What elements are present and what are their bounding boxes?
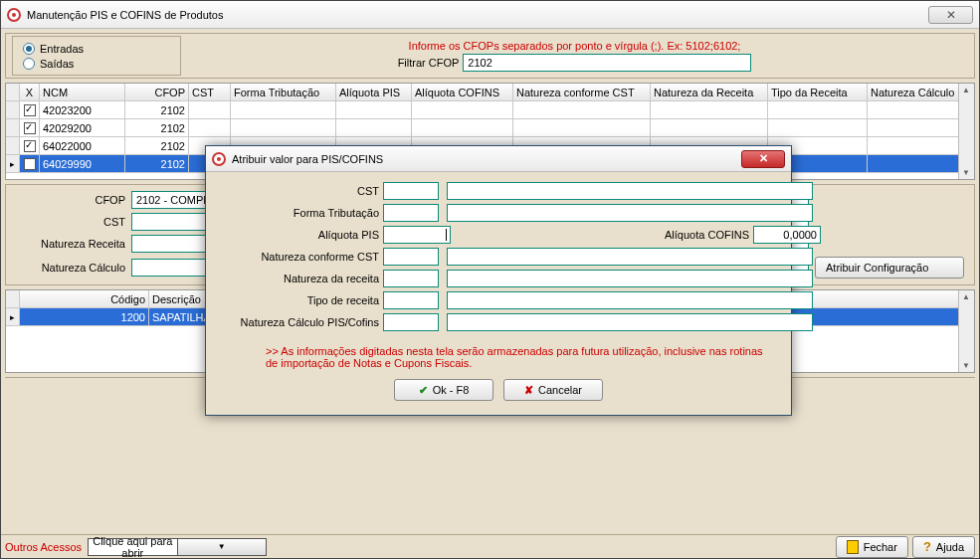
cst-label: CST [16, 216, 125, 228]
filter-panel: Entradas Saídas Informe os CFOPs separad… [5, 33, 975, 79]
modal-apis-input[interactable] [383, 226, 451, 244]
modal-natc-label: Natureza Cálculo PIS/Cofins [220, 316, 379, 328]
modal-forma-code[interactable] [383, 204, 439, 222]
modal-nat-desc[interactable] [447, 248, 813, 266]
modal-tipor-code[interactable] [383, 291, 439, 309]
modal-forma-label: Forma Tributação [220, 207, 379, 219]
hdr-tipor[interactable]: Tipo da Receita [768, 84, 868, 101]
radio-entradas-row[interactable]: Entradas [23, 43, 170, 55]
row-checkbox[interactable] [24, 122, 36, 134]
outros-acessos-label: Outros Acessos [5, 541, 82, 553]
atribuir-config-button[interactable]: Atribuir Configuração [815, 257, 964, 279]
modal-cancel-button[interactable]: ✘ Cancelar [503, 379, 603, 401]
modal-natr-desc[interactable] [447, 270, 813, 287]
natc-label: Natureza Cálculo [16, 262, 125, 274]
row-checkbox[interactable] [24, 140, 36, 152]
hdr-acof[interactable]: Alíquota COFINS [412, 84, 513, 101]
app-icon [212, 152, 226, 166]
filter-cfop-label: Filtrar CFOP [398, 57, 460, 69]
modal-title: Atribuir valor para PIS/COFINS [232, 153, 383, 165]
chevron-down-icon[interactable]: ▼ [177, 539, 267, 555]
modal-acof-label: Alíquota COFINS [650, 229, 749, 241]
modal-natc-code[interactable] [383, 313, 439, 331]
modal-nat-label: Natureza conforme CST [220, 251, 379, 263]
modal-natc-desc[interactable] [447, 313, 813, 331]
radio-entradas[interactable] [23, 43, 35, 55]
modal-titlebar: Atribuir valor para PIS/COFINS ✕ [206, 146, 791, 172]
ajuda-button[interactable]: ? Ajuda [912, 536, 975, 558]
check-icon: ✔ [419, 384, 428, 397]
hdr-x[interactable]: X [20, 84, 40, 101]
table-row[interactable]: 42023200 2102 [6, 101, 974, 119]
hdr-cst[interactable]: CST [189, 84, 231, 101]
modal-close-button[interactable]: ✕ [741, 150, 785, 168]
modal-apis-label: Alíquota PIS [220, 229, 379, 241]
radio-saidas[interactable] [23, 58, 35, 70]
main-close-button[interactable]: ✕ [928, 6, 973, 24]
modal-buttons: ✔ Ok - F8 ✘ Cancelar [206, 377, 791, 409]
fechar-button[interactable]: Fechar [836, 536, 908, 558]
outros-acessos-combo[interactable]: Clique aqui para abrir ▼ [88, 538, 267, 556]
modal-form: CST Forma Tributação Alíquota PIS Alíquo… [206, 172, 791, 341]
radio-saidas-label: Saídas [40, 58, 74, 70]
natr-label: Natureza Receita [16, 238, 125, 250]
radio-entradas-label: Entradas [40, 43, 84, 55]
bottom-bar: Outros Acessos Clique aqui para abrir ▼ … [1, 534, 979, 558]
door-icon [847, 540, 859, 554]
app-icon [7, 8, 21, 22]
modal-natr-label: Natureza da receita [220, 273, 379, 284]
table-row[interactable]: 42029200 2102 [6, 119, 974, 137]
cfop-hint: Informe os CFOPs separados por ponto e v… [181, 40, 968, 52]
filter-cfop-input[interactable] [463, 54, 751, 72]
hdr-forma[interactable]: Forma Tributação [231, 84, 336, 101]
modal-tipor-desc[interactable] [447, 291, 813, 309]
radio-saidas-row[interactable]: Saídas [23, 58, 170, 70]
close-icon: ✘ [524, 384, 533, 397]
help-icon: ? [923, 539, 931, 554]
hdr-cfop[interactable]: CFOP [125, 84, 189, 101]
modal-acof-input[interactable] [753, 226, 821, 244]
modal-natr-code[interactable] [383, 270, 439, 287]
hdr-ncm[interactable]: NCM [40, 84, 125, 101]
cfop-label: CFOP [16, 194, 125, 206]
modal-cst-desc[interactable] [447, 182, 813, 200]
main-title: Manutenção PIS e COFINS de Produtos [27, 9, 224, 21]
hdr-natr[interactable]: Natureza da Receita [651, 84, 768, 101]
atribuir-modal: Atribuir valor para PIS/COFINS ✕ CST For… [205, 145, 792, 416]
filter-area: Informe os CFOPs separados por ponto e v… [181, 40, 968, 72]
ncm-grid-header: X NCM CFOP CST Forma Tributação Alíquota… [6, 84, 974, 101]
main-titlebar: Manutenção PIS e COFINS de Produtos ✕ [1, 1, 979, 29]
modal-cst-label: CST [220, 185, 379, 197]
row-checkbox[interactable] [24, 104, 36, 116]
grid2-scrollbar[interactable] [958, 290, 974, 372]
modal-cst-code[interactable] [383, 182, 439, 200]
modal-tipor-label: Tipo de receita [220, 294, 379, 306]
grid-scrollbar[interactable] [958, 84, 974, 179]
modal-ok-button[interactable]: ✔ Ok - F8 [394, 379, 493, 401]
hdr-apis[interactable]: Alíquota PIS [336, 84, 412, 101]
modal-forma-desc[interactable] [447, 204, 813, 222]
hdr-nat[interactable]: Natureza conforme CST [513, 84, 651, 101]
hdr-natc[interactable]: Natureza Cálculo [868, 84, 967, 101]
row-checkbox[interactable] [24, 158, 36, 170]
modal-nat-code[interactable] [383, 248, 439, 266]
modal-warning: >> As informações digitadas nesta tela s… [206, 341, 791, 377]
hdr-codigo[interactable]: Código [20, 290, 149, 308]
direction-radio-group: Entradas Saídas [12, 36, 181, 76]
